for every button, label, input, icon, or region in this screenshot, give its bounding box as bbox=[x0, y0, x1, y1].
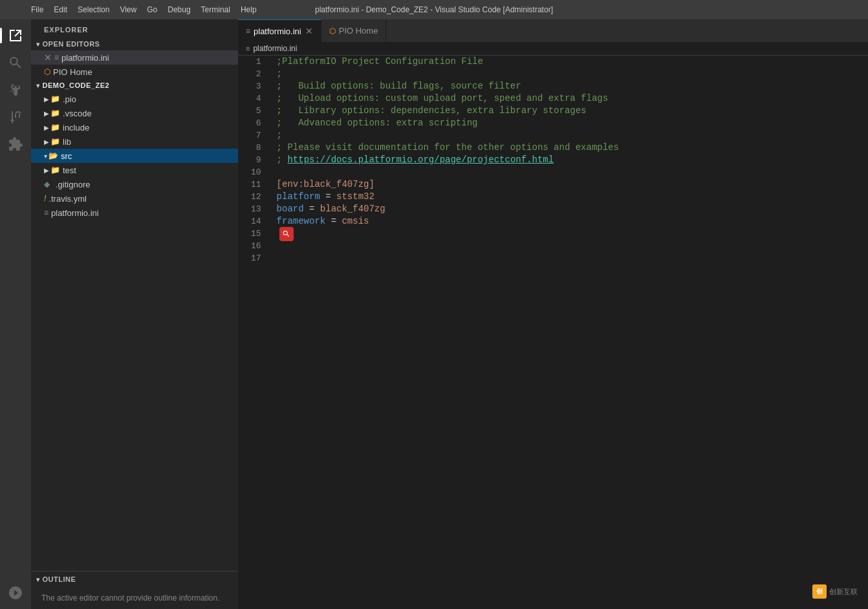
ini-file-icon-tree: ≡ bbox=[44, 208, 49, 217]
search-popup-icon[interactable] bbox=[279, 227, 294, 241]
yaml-file-icon: ! bbox=[44, 194, 46, 203]
line-num-10: 10 bbox=[251, 166, 261, 178]
watermark: 创 创新互联 bbox=[812, 584, 858, 599]
pio-icon: ⬡ bbox=[44, 67, 50, 76]
code-content[interactable]: ;PlatformIO Project Configuration File ;… bbox=[272, 56, 868, 609]
code-line-4: ; Upload options: custom upload port, sp… bbox=[272, 92, 868, 105]
line-num-4: 4 bbox=[251, 92, 261, 105]
code-line-6: ; Advanced options: extra scripting bbox=[272, 117, 868, 129]
watermark-logo: 创 bbox=[812, 584, 827, 599]
extensions-activity-icon[interactable] bbox=[5, 133, 27, 155]
folder-icon: 📁 bbox=[50, 94, 60, 103]
outline-content: The active editor cannot provide outline… bbox=[31, 587, 238, 609]
menu-item-debug[interactable]: Debug bbox=[162, 0, 195, 19]
line-num-5: 5 bbox=[251, 105, 261, 117]
open-editors-section[interactable]: ▾ Open Editors bbox=[31, 37, 238, 50]
code-editor[interactable]: 1 2 3 4 5 6 7 8 9 10 11 12 13 14 15 16 1… bbox=[238, 56, 868, 609]
line-num-15: 15 bbox=[251, 228, 261, 240]
code-line-14: framework = cmsis bbox=[272, 215, 868, 228]
folder-src[interactable]: ▾ 📂 src bbox=[31, 149, 238, 163]
code-line-5: ; Library options: dependencies, extra l… bbox=[272, 105, 868, 117]
tab-bar: ≡ platformio.ini ✕ ⬡ PIO Home bbox=[238, 19, 868, 42]
menu-item-terminal[interactable]: Terminal bbox=[196, 0, 235, 19]
line-num-2: 2 bbox=[251, 68, 261, 80]
main-container: Explorer ▾ Open Editors ✕ ≡ platformio.i… bbox=[0, 19, 868, 609]
window-title: platformio.ini - Demo_Code_ZE2 - Visual … bbox=[315, 5, 553, 14]
menu-bar[interactable]: FileEditSelectionViewGoDebugTerminalHelp bbox=[26, 0, 262, 19]
code-line-2: ; bbox=[272, 68, 868, 80]
titlebar: FileEditSelectionViewGoDebugTerminalHelp… bbox=[0, 0, 868, 19]
file-travis[interactable]: ! .travis.yml bbox=[31, 191, 238, 206]
folder-lib[interactable]: ▶ 📁 lib bbox=[31, 134, 238, 149]
folder-include[interactable]: ▶ 📁 include bbox=[31, 120, 238, 134]
menu-item-view[interactable]: View bbox=[114, 0, 142, 19]
folder-arrow-icon: ▶ bbox=[44, 96, 49, 103]
editor-area: ≡ platformio.ini ✕ ⬡ PIO Home ≡ platform… bbox=[238, 19, 868, 609]
line-num-6: 6 bbox=[251, 117, 261, 129]
line-num-17: 17 bbox=[251, 252, 261, 264]
line-num-3: 3 bbox=[251, 80, 261, 92]
menu-item-go[interactable]: Go bbox=[142, 0, 162, 19]
git-file-icon: ◆ bbox=[44, 180, 53, 189]
file-platformio-ini[interactable]: ≡ platformio.ini bbox=[31, 206, 238, 220]
sidebar-section: ▾ Open Editors ✕ ≡ platformio.ini ⬡ PIO … bbox=[31, 37, 238, 571]
project-arrow: ▾ bbox=[36, 82, 40, 89]
folder-vscode[interactable]: ▶ 📁 .vscode bbox=[31, 106, 238, 120]
code-line-10 bbox=[272, 166, 868, 178]
line-num-16: 16 bbox=[251, 240, 261, 252]
line-num-12: 12 bbox=[251, 191, 261, 203]
sidebar-header: Explorer bbox=[31, 19, 238, 37]
folder-open-arrow-icon: ▾ bbox=[44, 153, 47, 160]
breadcrumb-ini-icon: ≡ bbox=[246, 45, 250, 52]
outline-section: ▾ Outline The active editor cannot provi… bbox=[31, 571, 238, 609]
explorer-activity-icon[interactable] bbox=[5, 25, 27, 47]
platformio-activity-icon[interactable] bbox=[5, 582, 27, 604]
run-activity-icon[interactable] bbox=[5, 106, 27, 128]
code-line-8: ; Please visit documentation for the oth… bbox=[272, 142, 868, 154]
code-line-1: ;PlatformIO Project Configuration File bbox=[272, 56, 868, 68]
code-line-9: ; https://docs.platformio.org/page/proje… bbox=[272, 154, 868, 166]
folder-pio[interactable]: ▶ 📁 .pio bbox=[31, 92, 238, 106]
open-editors-arrow: ▾ bbox=[36, 41, 40, 48]
line-num-1: 1 bbox=[251, 56, 261, 68]
folder-icon: 📁 bbox=[50, 109, 60, 118]
docs-link[interactable]: https://docs.platformio.org/page/project… bbox=[287, 154, 554, 166]
tab-pio-home[interactable]: ⬡ PIO Home bbox=[321, 19, 387, 42]
folder-arrow-icon: ▶ bbox=[44, 124, 49, 131]
open-editor-platformio-ini[interactable]: ✕ ≡ platformio.ini bbox=[31, 50, 238, 65]
outline-header[interactable]: ▾ Outline bbox=[31, 572, 238, 587]
tab-pio-icon: ⬡ bbox=[329, 27, 336, 36]
code-line-11: [env:black_f407zg] bbox=[272, 178, 868, 191]
menu-item-edit[interactable]: Edit bbox=[49, 0, 72, 19]
folder-arrow-icon: ▶ bbox=[44, 167, 49, 174]
outline-arrow: ▾ bbox=[36, 576, 40, 583]
ini-file-icon: ≡ bbox=[54, 53, 59, 62]
folder-arrow-icon: ▶ bbox=[44, 110, 49, 117]
line-num-13: 13 bbox=[251, 203, 261, 215]
search-activity-icon[interactable] bbox=[5, 52, 27, 74]
line-num-8: 8 bbox=[251, 142, 261, 154]
open-editor-pio-home[interactable]: ⬡ PIO Home bbox=[31, 65, 238, 79]
code-line-7: ; bbox=[272, 129, 868, 142]
folder-arrow-icon: ▶ bbox=[44, 138, 49, 145]
project-section[interactable]: ▾ DEMO_CODE_ZE2 bbox=[31, 79, 238, 92]
code-line-13: board = black_f407zg bbox=[272, 203, 868, 215]
code-line-3: ; Build options: build flags, source fil… bbox=[272, 80, 868, 92]
code-line-12: platform = ststm32 bbox=[272, 191, 868, 203]
code-line-16 bbox=[272, 240, 868, 252]
tab-platformio-ini[interactable]: ≡ platformio.ini ✕ bbox=[238, 19, 321, 42]
close-file-icon[interactable]: ✕ bbox=[44, 52, 52, 63]
folder-icon: 📁 bbox=[50, 137, 60, 146]
code-line-17 bbox=[272, 252, 868, 264]
tab-close-button[interactable]: ✕ bbox=[305, 26, 313, 36]
folder-open-icon: 📂 bbox=[49, 151, 58, 160]
source-control-activity-icon[interactable] bbox=[5, 79, 27, 101]
menu-item-help[interactable]: Help bbox=[235, 0, 262, 19]
watermark-text: 创新互联 bbox=[829, 587, 858, 597]
sidebar: Explorer ▾ Open Editors ✕ ≡ platformio.i… bbox=[31, 19, 238, 609]
menu-item-selection[interactable]: Selection bbox=[72, 0, 114, 19]
line-num-9: 9 bbox=[251, 154, 261, 166]
file-gitignore[interactable]: ◆ .gitignore bbox=[31, 177, 238, 191]
folder-test[interactable]: ▶ 📁 test bbox=[31, 163, 238, 177]
menu-item-file[interactable]: File bbox=[26, 0, 49, 19]
